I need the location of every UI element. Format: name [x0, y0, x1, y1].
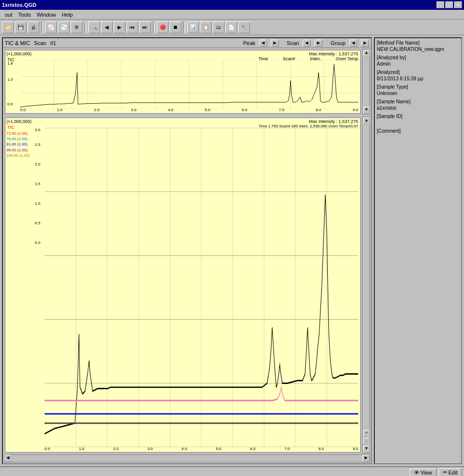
toolbar-btn-16[interactable]: 🗂 — [213, 22, 224, 33]
toolbar-btn-2[interactable]: 💾 — [15, 22, 26, 33]
mic-ion-2: 78.00 (1.00) — [6, 136, 30, 142]
tic-y-axis-label: (×1,000,000) — [6, 51, 31, 56]
tic-scroll-up[interactable]: ▲ — [363, 50, 370, 57]
mic-y-00: 0.0 — [35, 240, 40, 245]
toolbar-btn-5[interactable]: 📉 — [58, 22, 70, 33]
toolbar-btn-14[interactable]: 📊 — [187, 22, 199, 33]
menu-out[interactable]: out — [2, 11, 15, 19]
tic-mic-label: TIC & MIC — [5, 40, 30, 46]
chart-hscroll[interactable]: ◀ ▶ — [4, 454, 370, 462]
scan-label2: Scan — [287, 40, 299, 46]
mic-ion-3: 91.00 (1.00) — [6, 142, 30, 147]
analyzed-by-value: Admin — [377, 61, 459, 67]
analyzed-value: 8/11/2013 6:15:39 μμ — [377, 76, 459, 81]
tic-y-10: 1.0 — [7, 77, 13, 82]
title-bar-buttons: _ □ × — [437, 1, 462, 8]
toolbar-btn-18[interactable]: 🔧 — [238, 22, 250, 33]
toolbar-btn-17[interactable]: 📄 — [225, 22, 237, 33]
toolbar-btn-7[interactable]: 🔍 — [88, 22, 100, 33]
tic-chart-svg — [20, 60, 358, 109]
menu-help[interactable]: Help — [59, 11, 76, 19]
toolbar-btn-15[interactable]: 📋 — [200, 22, 212, 33]
mic-ion-legend: 73.00 (1.00) 78.00 (1.00) 91.00 (1.00) 9… — [6, 131, 30, 158]
chart-hscroll-right[interactable]: ▶ — [363, 455, 369, 462]
mic-scroll-up[interactable]: ▲ — [363, 118, 370, 124]
view-button[interactable]: 👁 View — [410, 469, 437, 476]
window-title: 1xristos.QGD — [2, 2, 36, 8]
right-panel: [Method File Name] NEW CALIBRATION_new.q… — [374, 37, 462, 464]
maximize-button[interactable]: □ — [445, 1, 453, 8]
toolbar-separator-4 — [183, 22, 185, 33]
method-file-name: NEW CALIBRATION_new.qgm — [377, 47, 459, 52]
toolbar-btn-6[interactable]: ⚙ — [71, 22, 82, 33]
chart-header: TIC & MIC Scan #1 Peak ◀ ▶ Scan ◀ ▶ Grou… — [3, 38, 371, 48]
table-toolbar: 👁 View ✏ Edit — [0, 467, 464, 476]
menu-bar: out Tools Window Help — [0, 10, 464, 20]
toolbar-separator-2 — [84, 22, 86, 33]
mic-y-10: 1.0 — [35, 201, 40, 206]
sample-name-label: [Sample Name] — [377, 99, 459, 104]
tic-y-18: 1.8 — [7, 61, 13, 66]
scan-num: #1 — [50, 40, 56, 46]
analyzed-by-label: [Analyzed by] — [377, 55, 459, 60]
mic-scroll-down[interactable]: ▼ — [363, 446, 370, 452]
toolbar-btn-12[interactable]: 🔴 — [157, 22, 169, 33]
sample-type-value: Unknown — [377, 91, 459, 96]
mic-y-25: 2.5 — [35, 143, 40, 147]
toolbar-btn-13[interactable]: ⏹ — [170, 22, 181, 33]
menu-tools[interactable]: Tools — [15, 11, 34, 19]
group-prev-btn[interactable]: ◀ — [349, 40, 357, 47]
group-next-btn[interactable]: ▶ — [361, 40, 369, 47]
tic-max-intensity: Max Intensity : 1,537,275 — [309, 51, 358, 56]
chart-hscroll-left[interactable]: ◀ — [4, 455, 11, 462]
toolbar-btn-11[interactable]: ⏭ — [139, 22, 151, 33]
toolbar-btn-9[interactable]: ▶ — [114, 22, 125, 33]
tic-scroll-down[interactable]: ▼ — [363, 107, 370, 114]
menu-window[interactable]: Window — [34, 11, 59, 19]
minimize-button[interactable]: _ — [437, 1, 444, 8]
view-icon: 👁 — [414, 470, 419, 476]
mic-x-labels: 0.01.02.03.04.0 5.06.07.08.09.0 — [45, 447, 358, 451]
edit-icon: ✏ — [443, 469, 447, 476]
mic-title: TIC — [7, 125, 15, 130]
mic-y-axis-label: (×1,000,000) — [6, 119, 31, 124]
mic-chart: (×1,000,000) TIC 73.00 (1.00) 78.00 (1.0… — [5, 118, 361, 452]
mic-y-05: 0.5 — [35, 221, 40, 225]
mic-y-15: 1.5 — [35, 182, 40, 186]
mic-ion-1: 73.00 (1.00) — [6, 131, 30, 136]
sample-type-label: [Sample Type] — [377, 84, 459, 90]
toolbar-btn-10[interactable]: ⏮ — [126, 22, 138, 33]
mic-ion-5: 106.00 (1.00) — [6, 153, 30, 158]
mic-scrollbar[interactable]: ▲ + - ▼ — [362, 117, 370, 453]
comment-value — [377, 135, 459, 140]
mic-scroll-track — [363, 125, 369, 429]
toolbar-separator-3 — [153, 22, 155, 33]
mic-y-20: 2.0 — [35, 162, 40, 167]
toolbar-btn-4[interactable]: 📈 — [45, 22, 57, 33]
scan-next-btn[interactable]: ▶ — [315, 40, 322, 47]
edit-button[interactable]: ✏ Edit — [439, 468, 462, 476]
view-label: View — [420, 470, 432, 476]
scan-label: Scan — [34, 40, 46, 46]
method-file-label: [Method File Name] — [377, 40, 459, 46]
toolbar-separator-1 — [41, 22, 43, 33]
mic-scroll-btn2[interactable]: - — [363, 438, 370, 445]
toolbar-btn-1[interactable]: 📁 — [2, 22, 14, 33]
toolbar-btn-8[interactable]: ◀ — [101, 22, 113, 33]
sample-id-value — [377, 120, 459, 125]
mic-scroll-btn1[interactable]: + — [363, 430, 370, 437]
tic-scrollbar[interactable]: ▲ ▼ — [362, 49, 370, 115]
sample-id-label: [Sample ID] — [377, 114, 459, 119]
tic-y-00: 0.0 — [7, 102, 13, 106]
mic-y-30: 3.0 — [35, 128, 40, 132]
analyzed-label: [Analyzed] — [377, 70, 459, 75]
peak-prev-btn[interactable]: ◀ — [259, 40, 267, 47]
comment-label: [Comment] — [377, 128, 459, 134]
close-button[interactable]: × — [454, 1, 462, 8]
tic-scroll-track — [363, 57, 369, 106]
title-bar: 1xristos.QGD _ □ × — [0, 0, 464, 10]
peak-next-btn[interactable]: ▶ — [271, 40, 279, 47]
toolbar-btn-3[interactable]: 🖨 — [27, 22, 39, 33]
scan-prev-btn[interactable]: ◀ — [303, 40, 311, 47]
main-area: TIC & MIC Scan #1 Peak ◀ ▶ Scan ◀ ▶ Grou… — [0, 35, 464, 466]
